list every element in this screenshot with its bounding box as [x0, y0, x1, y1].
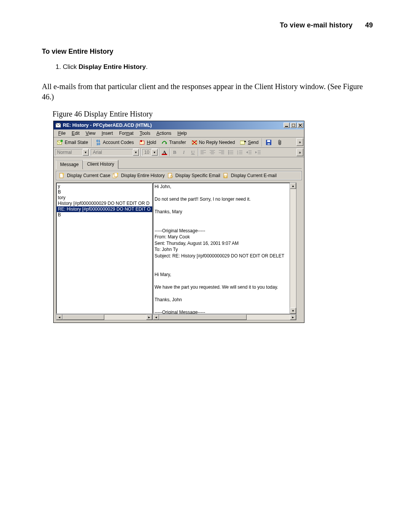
hold-button[interactable]: Hold: [137, 138, 158, 147]
indent-button[interactable]: [254, 149, 262, 156]
svg-point-6: [61, 140, 63, 142]
menu-format[interactable]: Format: [117, 130, 136, 136]
menu-edit[interactable]: Edit: [69, 130, 82, 136]
list-item[interactable]: History [#pf0000000029 DO NOT EDIT OR D: [56, 201, 152, 206]
message-line: Hi John,: [155, 184, 289, 190]
no-reply-label: No Reply Needed: [199, 140, 235, 145]
size-value: 10: [144, 150, 149, 155]
size-combo[interactable]: 10 ▼: [142, 149, 158, 156]
display-current-case-button[interactable]: Display Current Case: [67, 173, 110, 178]
page-icon: [59, 173, 65, 179]
account-codes-button[interactable]: 0110 Account Codes: [93, 138, 135, 147]
toolbar-separator: [198, 149, 198, 156]
toolbar-overflow-button[interactable]: »: [296, 149, 303, 156]
minimize-button[interactable]: [284, 123, 290, 128]
message-line: [155, 215, 289, 222]
toolbar-separator: [159, 149, 159, 156]
svg-rect-16: [267, 140, 270, 142]
tab-message[interactable]: Message: [56, 160, 83, 169]
font-color-button[interactable]: A: [160, 149, 169, 156]
envelope-icon: [55, 122, 61, 128]
message-line: [155, 303, 289, 310]
align-right-button[interactable]: [217, 149, 226, 156]
title-bar[interactable]: RE: History - PFCyberAED.ACD (HTML): [54, 121, 304, 129]
section-heading: To view Entire History: [42, 48, 373, 56]
menu-help[interactable]: Help: [175, 130, 189, 136]
svg-rect-13: [240, 141, 245, 144]
format-toolbar: Normal ▼ Arial ▼ 10 ▼ A B I U 123: [54, 148, 304, 157]
message-line: [155, 265, 289, 272]
scroll-down-icon[interactable]: ▼: [290, 308, 296, 314]
tab-client-history[interactable]: Client History: [83, 160, 118, 169]
toolbar-overflow-button[interactable]: »: [296, 138, 303, 146]
scroll-left-icon[interactable]: ◄: [56, 315, 62, 320]
style-combo[interactable]: Normal ▼: [54, 149, 89, 156]
list-item[interactable]: B: [56, 212, 152, 218]
page-multi-icon: [113, 173, 119, 179]
menu-insert[interactable]: Insert: [99, 130, 115, 136]
send-icon: [240, 139, 246, 145]
send-button[interactable]: Send: [238, 138, 260, 147]
scroll-up-icon[interactable]: ▲: [290, 183, 296, 189]
outdent-button[interactable]: [245, 149, 253, 156]
scroll-thumb[interactable]: [62, 315, 104, 320]
numbering-button[interactable]: 123: [236, 149, 244, 156]
list-item[interactable]: y: [56, 184, 152, 189]
history-sub-toolbar: Display Current Case Display Entire Hist…: [56, 171, 302, 180]
svg-point-32: [228, 152, 229, 153]
transfer-button[interactable]: Transfer: [159, 138, 188, 147]
no-reply-button[interactable]: No Reply Needed: [190, 138, 237, 147]
svg-rect-58: [224, 176, 227, 177]
bold-button[interactable]: B: [170, 149, 179, 156]
italic-button[interactable]: I: [180, 149, 188, 156]
display-specific-email-button[interactable]: Display Specific Email: [175, 173, 220, 178]
history-list-pane[interactable]: yBtory History [#pf0000000029 DO NOT EDI…: [56, 182, 153, 314]
display-current-email-button[interactable]: Display Current E-mail: [231, 173, 277, 178]
email-state-button[interactable]: Email State: [55, 138, 90, 147]
message-line: -----Original Message-----: [155, 309, 289, 314]
svg-rect-8: [140, 140, 142, 142]
close-button[interactable]: [297, 123, 303, 128]
menu-view[interactable]: View: [83, 130, 98, 136]
figure-caption: Figure 46 Display Entire History: [53, 110, 373, 118]
svg-text:3: 3: [237, 153, 238, 155]
scroll-right-icon[interactable]: ►: [146, 315, 152, 320]
display-entire-history-button[interactable]: Display Entire History: [121, 173, 165, 178]
align-left-button[interactable]: [199, 149, 207, 156]
message-line: Thanks, Mary: [155, 209, 289, 215]
list-item[interactable]: tory: [56, 195, 152, 201]
step-prefix: Click: [63, 63, 79, 70]
right-vertical-scrollbar[interactable]: ▲ ▼: [290, 183, 296, 314]
align-center-button[interactable]: [208, 149, 217, 156]
message-preview-pane[interactable]: Hi John, Do not send the part!! Sorry, I…: [153, 182, 296, 314]
main-toolbar: Email State 0110 Account Codes Hold Tran…: [54, 137, 304, 148]
toolbar-separator: [91, 138, 92, 147]
svg-rect-17: [268, 143, 270, 145]
save-button[interactable]: [264, 138, 274, 147]
message-line: -----Original Message-----: [155, 228, 289, 234]
menu-actions[interactable]: Actions: [154, 130, 174, 136]
email-state-label: Email State: [65, 140, 88, 145]
right-horizontal-scrollbar[interactable]: ◄ ►: [153, 314, 296, 320]
step-suffix: .: [146, 63, 148, 70]
message-line: [155, 203, 289, 209]
menu-file[interactable]: File: [56, 130, 68, 136]
message-line: We have the part you requested. We will …: [155, 284, 289, 291]
menu-tools[interactable]: Tools: [137, 130, 153, 136]
scroll-right-icon[interactable]: ►: [290, 315, 296, 320]
message-line: [155, 278, 289, 284]
list-item[interactable]: B: [56, 189, 152, 195]
bullets-button[interactable]: [226, 149, 235, 156]
svg-rect-2: [292, 124, 295, 127]
left-horizontal-scrollbar[interactable]: ◄ ►: [56, 314, 153, 320]
account-codes-label: Account Codes: [103, 140, 134, 145]
attach-button[interactable]: [275, 138, 285, 147]
scroll-thumb[interactable]: [159, 315, 247, 320]
scroll-left-icon[interactable]: ◄: [153, 315, 159, 320]
font-combo[interactable]: Arial ▼: [90, 149, 140, 156]
maximize-button[interactable]: [290, 123, 296, 128]
page-mail-icon: [223, 173, 229, 179]
page-number: 49: [365, 21, 373, 29]
list-item[interactable]: RE: History [#pf0000000029 DO NOT EDIT O: [56, 206, 152, 212]
underline-button[interactable]: U: [189, 149, 197, 156]
